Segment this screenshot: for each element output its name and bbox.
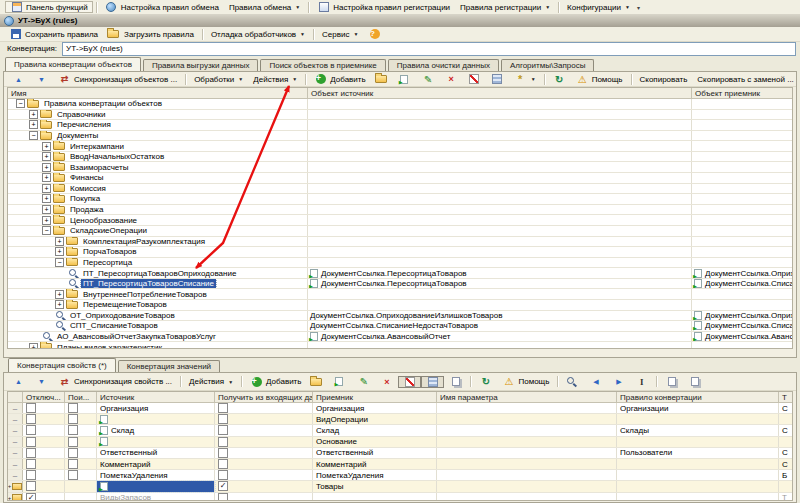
- source-property-cell[interactable]: ВидыЗапасов: [97, 493, 215, 502]
- conversion-input[interactable]: [62, 42, 796, 56]
- tree-row[interactable]: ОТ_ОприходованиеТоваровДокументСсылка.Оп…: [8, 311, 792, 322]
- tree-expander-icon[interactable]: +: [29, 343, 38, 349]
- menu-button-0[interactable]: Панель функций: [5, 1, 93, 13]
- tree-row[interactable]: +Финансы: [8, 173, 792, 184]
- tree-expander-icon[interactable]: −: [42, 226, 51, 235]
- rules-toolbar-button-5[interactable]: Сервис▼: [317, 28, 363, 40]
- properties-toolbar-button-16[interactable]: ⚠Помощь: [497, 376, 554, 388]
- property-row[interactable]: –ПометкаУдаленияПометкаУдаленияБ: [8, 470, 792, 481]
- menu-button-3[interactable]: Правила обмена▼: [224, 1, 305, 13]
- properties-toolbar-button-2[interactable]: ⇄Синхронизация свойств ...: [53, 376, 177, 388]
- properties-column-header[interactable]: Отключ...: [23, 392, 65, 402]
- properties-toolbar-button-0[interactable]: ▲: [7, 376, 30, 388]
- source-property-cell[interactable]: [97, 481, 215, 491]
- properties-toolbar-button-19[interactable]: ◀: [584, 376, 607, 388]
- objects-toolbar-button-7[interactable]: +Добавить: [309, 73, 370, 85]
- incoming-data-checkbox[interactable]: ✓: [218, 481, 228, 491]
- source-property-cell[interactable]: ПометкаУдаления: [97, 470, 215, 480]
- objects-column-header[interactable]: Объект источник: [308, 88, 692, 98]
- properties-toolbar-button-6[interactable]: +Добавить: [245, 376, 306, 388]
- tree-row[interactable]: −Правила конвертации объектов: [8, 99, 792, 110]
- row-head-cell[interactable]: –: [8, 425, 23, 435]
- tree-row[interactable]: +Покупка: [8, 194, 792, 205]
- property-row[interactable]: –ВидОперации: [8, 414, 792, 425]
- properties-toolbar-button-11[interactable]: [398, 376, 421, 388]
- tree-row[interactable]: +Планы видов характеристик: [8, 342, 792, 349]
- tree-row[interactable]: +Справочники: [8, 110, 792, 121]
- main-tab-4[interactable]: Алгоритмы\Запросы: [501, 59, 595, 71]
- incoming-data-checkbox[interactable]: [218, 448, 228, 458]
- tree-expander-icon[interactable]: +: [42, 205, 51, 214]
- tree-expander-icon[interactable]: +: [42, 142, 51, 151]
- tree-row[interactable]: +ПорчаТоваров: [8, 247, 792, 258]
- incoming-data-checkbox[interactable]: [218, 459, 228, 469]
- disable-checkbox[interactable]: [26, 414, 36, 424]
- tree-expander-icon[interactable]: −: [29, 131, 38, 140]
- properties-toolbar-button-13[interactable]: [444, 376, 467, 388]
- search-checkbox[interactable]: [68, 470, 78, 480]
- source-property-cell[interactable]: Склад: [97, 425, 215, 435]
- main-tab-0[interactable]: Правила конвертации объектов: [5, 57, 141, 71]
- tree-row[interactable]: −Документы: [8, 131, 792, 142]
- row-head-cell[interactable]: +: [8, 493, 23, 502]
- properties-tab-0[interactable]: Конвертация свойств (*): [8, 358, 116, 372]
- incoming-data-checkbox[interactable]: [218, 470, 228, 480]
- property-row[interactable]: –ОтветственныйОтветственныйПользователиС: [8, 448, 792, 459]
- property-row[interactable]: –Основание: [8, 437, 792, 448]
- search-checkbox[interactable]: [68, 425, 78, 435]
- tree-row[interactable]: СПТ_СписаниеТоваровДокументСсылка.Списан…: [8, 321, 792, 332]
- properties-toolbar-button-8[interactable]: [329, 376, 352, 388]
- objects-toolbar-button-19[interactable]: Скопировать: [635, 73, 693, 85]
- disable-checkbox[interactable]: ✓: [26, 493, 36, 501]
- tree-expander-icon[interactable]: +: [29, 110, 38, 119]
- search-checkbox[interactable]: [68, 414, 78, 424]
- tree-row[interactable]: +Интеркампани: [8, 141, 792, 152]
- disable-checkbox[interactable]: [26, 470, 36, 480]
- properties-toolbar-button-9[interactable]: ✎: [352, 376, 375, 388]
- source-property-cell[interactable]: [97, 414, 215, 424]
- properties-toolbar-button-24[interactable]: [683, 376, 706, 388]
- properties-tab-1[interactable]: Конвертация значений: [118, 360, 220, 372]
- objects-toolbar-button-4[interactable]: Обработки▼: [189, 73, 248, 85]
- properties-toolbar-button-4[interactable]: Действия▼: [184, 376, 238, 388]
- properties-toolbar-button-15[interactable]: ↻: [474, 376, 497, 388]
- property-row[interactable]: +✓Товары: [8, 481, 792, 492]
- rules-toolbar-button-3[interactable]: Отладка обработчиков▼: [206, 28, 310, 40]
- row-head-cell[interactable]: –: [8, 437, 23, 447]
- objects-column-header[interactable]: Объект приемник: [692, 88, 792, 98]
- objects-toolbar-button-0[interactable]: ▲: [7, 73, 30, 85]
- rules-toolbar-button-0[interactable]: Сохранить правила: [4, 28, 103, 40]
- tree-row[interactable]: +ВнутреннееПотреблениеТоваров: [8, 289, 792, 300]
- menu-button-6[interactable]: Правила регистрации▼: [455, 1, 555, 13]
- tree-row[interactable]: +Взаиморасчеты: [8, 162, 792, 173]
- tree-expander-icon[interactable]: +: [42, 216, 51, 225]
- objects-toolbar-button-11[interactable]: ×: [440, 73, 463, 85]
- incoming-data-checkbox[interactable]: [218, 425, 228, 435]
- properties-column-header[interactable]: Правило конвертации: [617, 392, 779, 402]
- properties-toolbar-button-23[interactable]: [660, 376, 683, 388]
- source-property-cell[interactable]: Комментарий: [97, 459, 215, 469]
- objects-toolbar-button-13[interactable]: [486, 73, 509, 85]
- incoming-data-checkbox[interactable]: [218, 403, 228, 413]
- objects-toolbar-button-20[interactable]: Скопировать с заменой ...: [692, 73, 799, 85]
- search-checkbox[interactable]: [68, 448, 78, 458]
- tree-expander-icon[interactable]: +: [55, 247, 64, 256]
- properties-column-header[interactable]: Получить из входящих данных: [215, 392, 313, 402]
- source-property-cell[interactable]: [97, 437, 215, 447]
- row-head-cell[interactable]: –: [8, 448, 23, 458]
- tree-row[interactable]: ПТ_ПересортицаТоваровСписаниеДокументСсы…: [8, 279, 792, 290]
- property-row[interactable]: +✓ВидыЗапасовТ: [8, 493, 792, 502]
- tree-expander-icon[interactable]: −: [55, 258, 64, 267]
- properties-toolbar-button-10[interactable]: ×: [375, 376, 398, 388]
- main-tab-1[interactable]: Правила выгрузки данных: [143, 59, 259, 71]
- search-checkbox[interactable]: [68, 403, 78, 413]
- menu-button-2[interactable]: Настройка правил обмена: [100, 1, 224, 13]
- menu-button-5[interactable]: Настройка правил регистрации: [312, 1, 455, 13]
- tree-row[interactable]: +Ценообразование: [8, 215, 792, 226]
- tree-row[interactable]: +ПеремещениеТоваров: [8, 300, 792, 311]
- property-row[interactable]: –СкладСкладСкладыС: [8, 425, 792, 436]
- rules-toolbar-button-1[interactable]: Загрузить правила: [103, 28, 199, 40]
- tree-row[interactable]: ПТ_ПересортицаТоваровОприходованиеДокуме…: [8, 268, 792, 279]
- objects-toolbar-button-16[interactable]: ↻: [548, 73, 571, 85]
- tree-expander-icon[interactable]: +: [29, 120, 38, 129]
